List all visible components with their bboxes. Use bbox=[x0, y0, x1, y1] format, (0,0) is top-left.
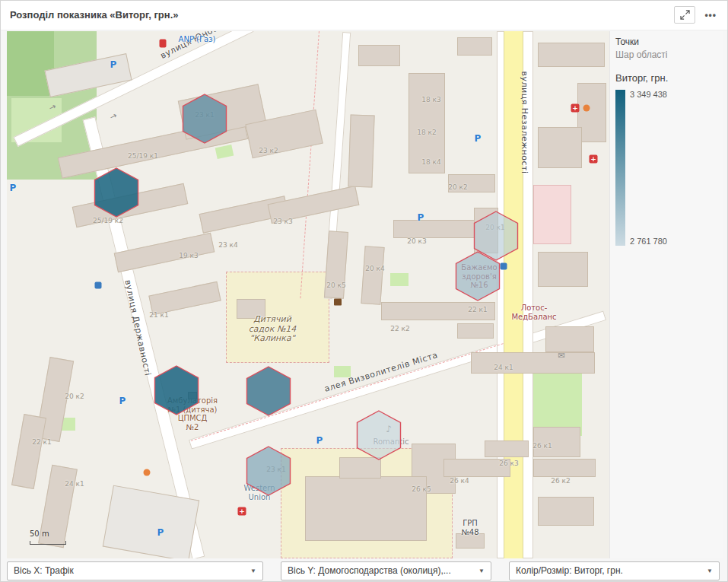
building-label: 26 к4 bbox=[450, 477, 469, 485]
building-label: 20 к2 bbox=[65, 393, 84, 400]
parking-icon: P bbox=[316, 435, 323, 446]
map-building bbox=[348, 114, 374, 187]
building-label: 19 к3 bbox=[179, 252, 198, 259]
scale-bar-label: 50 m bbox=[30, 530, 49, 538]
map-building bbox=[533, 459, 596, 477]
hexbin-area[interactable] bbox=[246, 446, 291, 496]
y-axis-selector-label: Вісь Y: Домогосподарства (околиця),... bbox=[288, 565, 451, 576]
map-building bbox=[538, 497, 594, 526]
parking-icon: P bbox=[418, 212, 424, 223]
shop-icon bbox=[144, 469, 151, 476]
chevron-down-icon: ▼ bbox=[707, 562, 713, 580]
fullscreen-button[interactable] bbox=[674, 6, 695, 24]
building-label: 20 к3 bbox=[407, 237, 426, 245]
building-label: 23 к2 bbox=[259, 147, 278, 154]
boundary-dash bbox=[300, 31, 319, 298]
hexbin-area[interactable] bbox=[94, 167, 139, 218]
map-building bbox=[545, 326, 594, 352]
map-chart-widget: Розподіл показника «Виторг, грн.» ••• 50… bbox=[0, 0, 728, 582]
chart-header: Розподіл показника «Виторг, грн.» ••• bbox=[1, 1, 727, 30]
legend-gradient-bar bbox=[615, 90, 625, 246]
building-label: 20 к2 bbox=[448, 183, 467, 191]
map-building bbox=[361, 246, 384, 305]
parking-icon: P bbox=[110, 59, 117, 70]
building-label: 20 к4 bbox=[365, 265, 384, 272]
pharmacy-icon: + bbox=[590, 155, 598, 164]
map-canvas[interactable]: 50 m вулиця Юностівулиця Незалежностівул… bbox=[7, 31, 609, 558]
map-building bbox=[457, 37, 492, 56]
hexbin-area[interactable] bbox=[455, 251, 501, 301]
x-axis-selector[interactable]: Вісь X: Трафік ▼ bbox=[7, 561, 263, 580]
building-label: 23 к3 bbox=[273, 218, 292, 225]
poi-label: Лотос-МедБаланс bbox=[511, 304, 556, 321]
color-size-selector-label: Колір/Розмір: Виторг, грн. bbox=[516, 565, 623, 576]
building-label: 23 к4 bbox=[218, 241, 237, 249]
hexbin-area[interactable] bbox=[356, 410, 402, 460]
building-label: 26 к3 bbox=[499, 460, 518, 467]
pharmacy-icon: + bbox=[571, 104, 580, 113]
map-building bbox=[11, 414, 46, 489]
bus-icon bbox=[501, 263, 507, 270]
poi-label: Дитячийсадок №14"Калинка" bbox=[249, 315, 297, 344]
color-size-selector[interactable]: Колір/Розмір: Виторг, грн. ▼ bbox=[509, 561, 720, 580]
building-label: 25/19 к2 bbox=[93, 217, 123, 224]
building-label: 24 к1 bbox=[65, 480, 84, 488]
building-label: 22 к1 bbox=[468, 306, 487, 313]
map-building bbox=[114, 233, 215, 272]
fullscreen-icon bbox=[680, 10, 690, 20]
map-green-area bbox=[7, 31, 54, 96]
header-toolbar: ••• bbox=[674, 6, 718, 24]
shop-icon bbox=[583, 105, 590, 112]
legend-measure-title: Виторг, грн. bbox=[615, 72, 723, 84]
map-building bbox=[471, 352, 595, 374]
mail-icon: ✉ bbox=[558, 351, 564, 361]
map-building bbox=[457, 323, 494, 339]
poi-label: ГРП№48 bbox=[461, 519, 478, 536]
map-green-area bbox=[215, 145, 234, 159]
library-icon bbox=[334, 299, 342, 306]
map-green-area bbox=[390, 273, 409, 286]
building-label: 25/19 к1 bbox=[128, 152, 158, 160]
chevron-down-icon: ▼ bbox=[478, 562, 485, 580]
map-building bbox=[339, 457, 381, 479]
street-label: вулиця Незалежності bbox=[520, 71, 529, 173]
scale-bar bbox=[30, 541, 66, 545]
x-axis-selector-label: Вісь X: Трафік bbox=[14, 565, 74, 576]
map-building bbox=[538, 252, 588, 287]
building-label: 18 к2 bbox=[417, 129, 436, 136]
map-building bbox=[485, 440, 529, 457]
building-label: 26 к5 bbox=[412, 485, 431, 493]
legend-gradient: 3 349 438 2 761 780 bbox=[615, 90, 723, 246]
parking-icon: P bbox=[475, 133, 482, 144]
y-axis-selector[interactable]: Вісь Y: Домогосподарства (околиця),... ▼ bbox=[281, 561, 491, 580]
hexbin-area[interactable] bbox=[246, 366, 291, 416]
map-medical-area bbox=[533, 185, 571, 244]
bus-icon bbox=[95, 282, 102, 289]
parking-icon: P bbox=[119, 396, 126, 406]
building-label: 24 к1 bbox=[494, 364, 513, 371]
legend-gradient-labels: 3 349 438 2 761 780 bbox=[630, 90, 667, 246]
legend-min-value: 2 761 780 bbox=[630, 237, 667, 246]
poi-label: ANP (Газ) bbox=[179, 35, 216, 44]
hexbin-area[interactable] bbox=[182, 94, 227, 144]
hexbin-area[interactable] bbox=[154, 365, 199, 415]
parking-icon: P bbox=[157, 527, 164, 538]
building-label: 26 к2 bbox=[551, 477, 570, 485]
fuel-icon bbox=[160, 40, 167, 48]
map-building bbox=[305, 476, 427, 541]
legend-max-value: 3 349 438 bbox=[630, 90, 667, 99]
more-options-button[interactable]: ••• bbox=[703, 10, 718, 21]
building-label: 26 к1 bbox=[532, 442, 552, 450]
building-label: 18 к3 bbox=[421, 96, 440, 103]
map-green-area bbox=[334, 366, 351, 377]
map-building bbox=[538, 43, 605, 67]
building-label: 22 к1 bbox=[32, 438, 51, 446]
legend-layer-area: Шар області bbox=[615, 49, 723, 62]
map-building bbox=[538, 127, 582, 168]
map-building bbox=[148, 281, 221, 316]
parking-icon: P bbox=[10, 183, 17, 193]
arrow-icon: → bbox=[108, 110, 119, 122]
legend-panel: Точки Шар області Виторг, грн. 3 349 438… bbox=[609, 31, 723, 558]
building-label: 18 к4 bbox=[421, 158, 440, 166]
pharmacy-icon: + bbox=[238, 507, 246, 516]
